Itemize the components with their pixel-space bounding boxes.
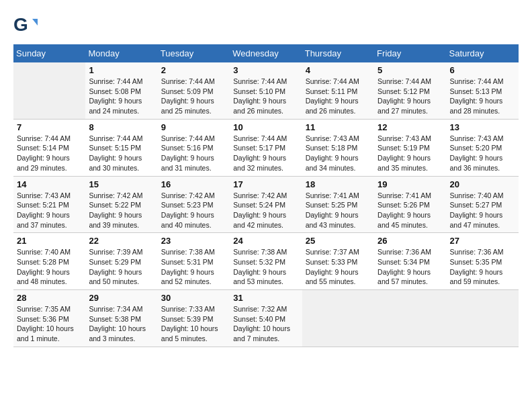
sunset-text: Sunset: 5:10 PM	[233, 87, 285, 95]
daylight-text: Daylight: 9 hours and 40 minutes.	[161, 211, 214, 229]
day-number: 2	[161, 65, 226, 75]
day-info: Sunrise: 7:41 AM Sunset: 5:26 PM Dayligh…	[378, 191, 443, 230]
day-info: Sunrise: 7:40 AM Sunset: 5:28 PM Dayligh…	[17, 247, 82, 287]
calendar-cell	[374, 290, 446, 347]
day-number: 21	[17, 236, 82, 246]
day-info: Sunrise: 7:44 AM Sunset: 5:14 PM Dayligh…	[17, 134, 82, 173]
day-info: Sunrise: 7:44 AM Sunset: 5:12 PM Dayligh…	[378, 77, 443, 116]
weekday-header: Friday	[374, 44, 446, 62]
day-info: Sunrise: 7:42 AM Sunset: 5:22 PM Dayligh…	[89, 191, 154, 230]
day-number: 22	[89, 236, 154, 246]
sunset-text: Sunset: 5:36 PM	[17, 315, 69, 323]
daylight-text: Daylight: 9 hours and 47 minutes.	[450, 211, 503, 229]
day-number: 5	[378, 65, 443, 75]
sunrise-text: Sunrise: 7:44 AM	[233, 134, 287, 142]
sunrise-text: Sunrise: 7:43 AM	[378, 134, 431, 142]
day-number: 11	[306, 122, 371, 132]
page-header: G	[13, 13, 519, 38]
daylight-text: Daylight: 9 hours and 26 minutes.	[306, 97, 359, 115]
day-number: 8	[89, 122, 154, 132]
svg-marker-1	[32, 19, 38, 26]
day-info: Sunrise: 7:42 AM Sunset: 5:23 PM Dayligh…	[161, 191, 226, 230]
calendar-cell	[13, 62, 85, 119]
weekday-header: Tuesday	[158, 44, 230, 62]
calendar-week-row: 21 Sunrise: 7:40 AM Sunset: 5:28 PM Dayl…	[13, 233, 519, 290]
day-number: 18	[306, 179, 371, 189]
calendar-cell: 17 Sunrise: 7:42 AM Sunset: 5:24 PM Dayl…	[230, 176, 302, 233]
calendar-cell: 5 Sunrise: 7:44 AM Sunset: 5:12 PM Dayli…	[374, 62, 446, 119]
sunset-text: Sunset: 5:26 PM	[378, 201, 430, 209]
calendar-cell: 1 Sunrise: 7:44 AM Sunset: 5:08 PM Dayli…	[85, 62, 157, 119]
day-info: Sunrise: 7:39 AM Sunset: 5:29 PM Dayligh…	[89, 247, 154, 287]
day-info: Sunrise: 7:33 AM Sunset: 5:39 PM Dayligh…	[161, 304, 226, 344]
daylight-text: Daylight: 9 hours and 32 minutes.	[233, 154, 286, 172]
sunset-text: Sunset: 5:40 PM	[233, 315, 285, 323]
daylight-text: Daylight: 9 hours and 42 minutes.	[233, 211, 286, 229]
day-number: 19	[378, 179, 443, 189]
calendar-week-row: 14 Sunrise: 7:43 AM Sunset: 5:21 PM Dayl…	[13, 176, 519, 233]
daylight-text: Daylight: 10 hours and 5 minutes.	[161, 324, 218, 342]
calendar-cell: 11 Sunrise: 7:43 AM Sunset: 5:18 PM Dayl…	[302, 119, 374, 176]
day-info: Sunrise: 7:32 AM Sunset: 5:40 PM Dayligh…	[233, 304, 298, 344]
day-number: 7	[17, 122, 82, 132]
day-number: 13	[450, 122, 515, 132]
daylight-text: Daylight: 9 hours and 29 minutes.	[17, 154, 70, 172]
sunrise-text: Sunrise: 7:44 AM	[161, 134, 215, 142]
sunrise-text: Sunrise: 7:43 AM	[17, 191, 71, 199]
calendar-cell: 31 Sunrise: 7:32 AM Sunset: 5:40 PM Dayl…	[230, 290, 302, 347]
sunset-text: Sunset: 5:32 PM	[233, 258, 285, 266]
sunrise-text: Sunrise: 7:36 AM	[450, 248, 504, 256]
calendar-cell: 28 Sunrise: 7:35 AM Sunset: 5:36 PM Dayl…	[13, 290, 85, 347]
daylight-text: Daylight: 9 hours and 53 minutes.	[233, 268, 286, 286]
daylight-text: Daylight: 9 hours and 36 minutes.	[450, 154, 503, 172]
day-info: Sunrise: 7:34 AM Sunset: 5:38 PM Dayligh…	[89, 304, 154, 344]
day-info: Sunrise: 7:43 AM Sunset: 5:20 PM Dayligh…	[450, 134, 515, 173]
sunrise-text: Sunrise: 7:42 AM	[89, 191, 142, 199]
daylight-text: Daylight: 9 hours and 39 minutes.	[89, 211, 142, 229]
day-info: Sunrise: 7:38 AM Sunset: 5:31 PM Dayligh…	[161, 247, 226, 287]
daylight-text: Daylight: 9 hours and 35 minutes.	[378, 154, 431, 172]
sunrise-text: Sunrise: 7:43 AM	[450, 134, 504, 142]
day-info: Sunrise: 7:41 AM Sunset: 5:25 PM Dayligh…	[306, 191, 371, 230]
sunrise-text: Sunrise: 7:44 AM	[89, 77, 142, 85]
day-info: Sunrise: 7:44 AM Sunset: 5:11 PM Dayligh…	[306, 77, 371, 116]
sunrise-text: Sunrise: 7:40 AM	[17, 248, 71, 256]
svg-text:G: G	[13, 14, 28, 35]
calendar-cell: 3 Sunrise: 7:44 AM Sunset: 5:10 PM Dayli…	[230, 62, 302, 119]
calendar-cell: 27 Sunrise: 7:36 AM Sunset: 5:35 PM Dayl…	[447, 233, 519, 290]
day-number: 9	[161, 122, 226, 132]
sunset-text: Sunset: 5:29 PM	[89, 258, 141, 266]
sunrise-text: Sunrise: 7:35 AM	[17, 305, 71, 313]
day-number: 28	[17, 293, 82, 303]
calendar-cell: 8 Sunrise: 7:44 AM Sunset: 5:15 PM Dayli…	[85, 119, 157, 176]
daylight-text: Daylight: 9 hours and 34 minutes.	[306, 154, 359, 172]
calendar-cell: 2 Sunrise: 7:44 AM Sunset: 5:09 PM Dayli…	[158, 62, 230, 119]
weekday-header: Sunday	[13, 44, 85, 62]
day-info: Sunrise: 7:37 AM Sunset: 5:33 PM Dayligh…	[306, 247, 371, 287]
calendar-header-row: SundayMondayTuesdayWednesdayThursdayFrid…	[13, 44, 519, 62]
day-number: 10	[233, 122, 298, 132]
day-number: 20	[450, 179, 515, 189]
sunset-text: Sunset: 5:33 PM	[306, 258, 358, 266]
calendar-cell: 24 Sunrise: 7:38 AM Sunset: 5:32 PM Dayl…	[230, 233, 302, 290]
sunrise-text: Sunrise: 7:44 AM	[450, 77, 504, 85]
calendar-cell: 18 Sunrise: 7:41 AM Sunset: 5:25 PM Dayl…	[302, 176, 374, 233]
day-number: 4	[306, 65, 371, 75]
daylight-text: Daylight: 9 hours and 52 minutes.	[161, 268, 214, 286]
sunrise-text: Sunrise: 7:33 AM	[161, 305, 215, 313]
day-info: Sunrise: 7:44 AM Sunset: 5:16 PM Dayligh…	[161, 134, 226, 173]
daylight-text: Daylight: 9 hours and 55 minutes.	[306, 268, 359, 286]
day-number: 31	[233, 293, 298, 303]
day-info: Sunrise: 7:44 AM Sunset: 5:08 PM Dayligh…	[89, 77, 154, 116]
sunrise-text: Sunrise: 7:43 AM	[306, 134, 359, 142]
calendar-cell: 9 Sunrise: 7:44 AM Sunset: 5:16 PM Dayli…	[158, 119, 230, 176]
daylight-text: Daylight: 10 hours and 1 minute.	[17, 324, 74, 342]
sunrise-text: Sunrise: 7:39 AM	[89, 248, 142, 256]
day-number: 6	[450, 65, 515, 75]
calendar-week-row: 28 Sunrise: 7:35 AM Sunset: 5:36 PM Dayl…	[13, 290, 519, 347]
day-number: 23	[161, 236, 226, 246]
sunrise-text: Sunrise: 7:44 AM	[89, 134, 142, 142]
sunset-text: Sunset: 5:24 PM	[233, 201, 285, 209]
day-number: 17	[233, 179, 298, 189]
sunrise-text: Sunrise: 7:36 AM	[378, 248, 431, 256]
